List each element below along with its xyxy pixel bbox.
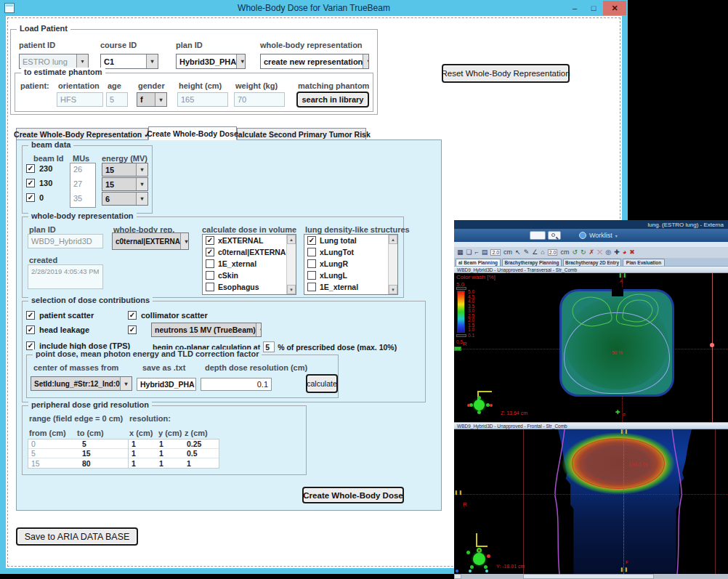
checkbox-icon[interactable] (307, 248, 316, 256)
neutrons-checkbox[interactable]: ✓ (128, 325, 137, 334)
energy-combobox[interactable]: 15 ▾ (102, 177, 148, 191)
circle-tool-icon[interactable]: ◎ (605, 249, 611, 256)
checkbox-icon[interactable] (206, 271, 214, 280)
search-input[interactable] (530, 231, 546, 240)
patient-id-combobox[interactable]: ESTRO lung ▾ (19, 54, 89, 69)
sphere-icon[interactable]: ◕ (623, 249, 626, 256)
orientation-field[interactable]: HFS (57, 92, 103, 107)
scrollbar[interactable]: ▲ ▼ (388, 235, 397, 294)
checkbox-checked-icon[interactable]: ✓ (206, 236, 214, 245)
scrollbar-thumb[interactable] (523, 574, 654, 579)
checkbox-checked-icon[interactable]: ✓ (26, 311, 35, 320)
zoom-level-field[interactable]: 2.0 (490, 249, 501, 256)
checkbox-checked-icon[interactable]: ✓ (26, 325, 35, 334)
home-icon[interactable]: ⌂ (541, 249, 544, 256)
chevron-down-icon[interactable]: ▾ (180, 233, 189, 249)
scroll-up-icon[interactable]: ▲ (287, 235, 296, 244)
pointer-icon[interactable]: ↖ (515, 249, 521, 256)
grid-cell[interactable]: 15 (28, 458, 79, 468)
age-field[interactable]: 5 (106, 92, 128, 107)
beam-row-checkbox[interactable]: ✓ 130 (26, 179, 52, 187)
chevron-down-icon[interactable]: ▾ (256, 323, 262, 336)
close-tool-icon[interactable]: ✖ (629, 249, 635, 256)
coplanar-percent-field[interactable]: 5 (263, 341, 275, 352)
colorwash-upper-slider[interactable] (456, 287, 466, 290)
com-combobox[interactable]: SetId:lung_#Str:12_Ind:0 ▾ (31, 376, 132, 391)
patient-scatter-checkbox[interactable]: ✓ patient scatter (26, 311, 94, 320)
head-leakage-checkbox[interactable]: ✓ head leakage (26, 325, 89, 334)
eclipse-titlebar[interactable]: lung. (ESTRO lung) - Externa (454, 220, 728, 229)
draw-icon[interactable]: ✎ (524, 249, 530, 256)
scroll-up-icon[interactable]: ▲ (389, 235, 397, 244)
tab-external-beam-planning[interactable]: al Beam Planning (456, 259, 501, 266)
checkbox-icon[interactable] (307, 259, 316, 268)
tab-create-wbd[interactable]: Create Whole-Body Dose (148, 126, 237, 140)
checkbox-checked-icon[interactable]: ✓ (128, 311, 137, 320)
range-grid[interactable]: 0 5 5 15 15 80 (28, 439, 137, 469)
search-in-library-button[interactable]: search in library (296, 92, 369, 108)
grid-cell[interactable]: 1 (184, 458, 219, 468)
checkbox-checked-icon[interactable]: ✓ (128, 325, 137, 334)
energy-combobox[interactable]: 6 ▾ (102, 192, 148, 206)
list-item[interactable]: xLungR (304, 258, 397, 270)
rotate-right-icon[interactable]: ↻ (581, 249, 586, 256)
toolbar-icon[interactable]: ⌐ (475, 249, 479, 256)
titlebar[interactable]: Whole-Body Dose for Varian TrueBeam (0, 0, 628, 16)
beam-row-checkbox[interactable]: ✓ 230 (26, 164, 52, 173)
chevron-down-icon[interactable]: ▾ (146, 54, 158, 68)
maximize-button[interactable]: □ (584, 1, 603, 15)
save-txt-field[interactable]: Hybrid3D_PHA (137, 378, 196, 391)
tab-plan-evaluation[interactable]: Plan Evaluation (623, 259, 665, 266)
transversal-view[interactable]: Color wash [%] 5.0 5.0 4.5 4.0 3.5 3.0 2… (454, 273, 728, 422)
chevron-down-icon[interactable]: ▾ (236, 54, 246, 68)
lung-structures-listbox[interactable]: ✓Lung total xLungTot xLungR xLungL 1E_xt… (304, 234, 398, 295)
mu-value[interactable]: 27 (73, 179, 82, 188)
tab-second-primary-risk[interactable]: Calculate Second Primary Tumor Risk (237, 128, 366, 140)
wbd-plan-id-field[interactable]: WBD9_Hybrid3D (28, 234, 103, 248)
grid-cell[interactable]: 1 (156, 440, 184, 449)
plan-id-combobox[interactable]: Hybrid3D_PHA ▾ (176, 54, 246, 69)
checkbox-checked-icon[interactable]: ✓ (206, 248, 214, 256)
tab-brachytherapy-2d-entry[interactable]: Brachytherapy 2D Entry (563, 259, 621, 266)
grid-cell[interactable]: 1 (129, 458, 156, 468)
wbr-combobox[interactable]: create new representation ▾ (260, 54, 369, 69)
list-item[interactable]: ✓c0ternal|EXTERNA (203, 246, 296, 258)
move-icon[interactable]: ✚ (614, 249, 620, 256)
frontal-pane-header[interactable]: WBD9_Hybrid3D - Unapproved - Frontal - S… (454, 422, 728, 429)
chevron-down-icon[interactable]: ▾ (155, 93, 166, 106)
scrollbar[interactable]: ▲ ▼ (286, 235, 296, 294)
list-item[interactable]: ✓Lung total (304, 235, 397, 246)
save-aria-button[interactable]: Save to ARIA DATA BASE (16, 527, 138, 546)
minimize-button[interactable]: – (565, 1, 584, 15)
search-button[interactable] (548, 231, 561, 240)
energy-combobox[interactable]: 15 ▾ (102, 163, 148, 177)
grid-cell[interactable]: 0 (28, 440, 79, 449)
rotate-left-icon[interactable]: ↺ (572, 249, 578, 256)
close-button[interactable]: ✕ (603, 1, 626, 15)
tab-create-wbr[interactable]: Create Whole-Body Representation ✓ (16, 128, 148, 140)
chevron-down-icon[interactable]: ▾ (76, 54, 88, 68)
grid-cell[interactable]: 0.25 (184, 440, 219, 449)
frontal-view[interactable]: ❚❚ ❚❚ R 100.0 % F ❚❚ Y: -18.01 cm (454, 429, 728, 574)
beam-row-checkbox[interactable]: ✓ 0 (26, 193, 44, 202)
tool-icon[interactable]: ⤫ (597, 249, 602, 256)
create-wbd-button[interactable]: Create Whole-Body Dose (302, 487, 404, 503)
chevron-down-icon[interactable]: ▾ (363, 54, 369, 68)
list-item[interactable]: xLungL (304, 270, 397, 281)
grid-cell[interactable]: 1 (129, 440, 156, 449)
toolbar-icon[interactable]: ▤ (482, 249, 488, 256)
scrollbar-button[interactable] (454, 574, 461, 579)
grid-cell[interactable]: 1 (156, 458, 184, 468)
list-item[interactable]: xLungTot (304, 246, 397, 258)
course-id-combobox[interactable]: C1 ▾ (100, 54, 158, 69)
reset-wbr-button[interactable]: Reset Whole-Body Representation (442, 64, 570, 83)
grid-cell[interactable]: 1 (156, 449, 184, 458)
eclipse-menubar[interactable] (454, 242, 728, 247)
list-item[interactable]: cSkin (203, 270, 296, 281)
angle-icon[interactable]: ∠ (532, 249, 538, 256)
resolution-grid[interactable]: 1 1 0.25 1 1 0.5 1 1 1 (128, 439, 219, 469)
chevron-down-icon[interactable]: ▾ (136, 178, 147, 190)
chevron-down-icon[interactable]: ▾ (136, 193, 147, 205)
transversal-pane-header[interactable]: WBD9_Hybrid3D - Unapproved - Transversal… (454, 266, 728, 273)
depth-res-field[interactable]: 0.1 (201, 378, 272, 391)
